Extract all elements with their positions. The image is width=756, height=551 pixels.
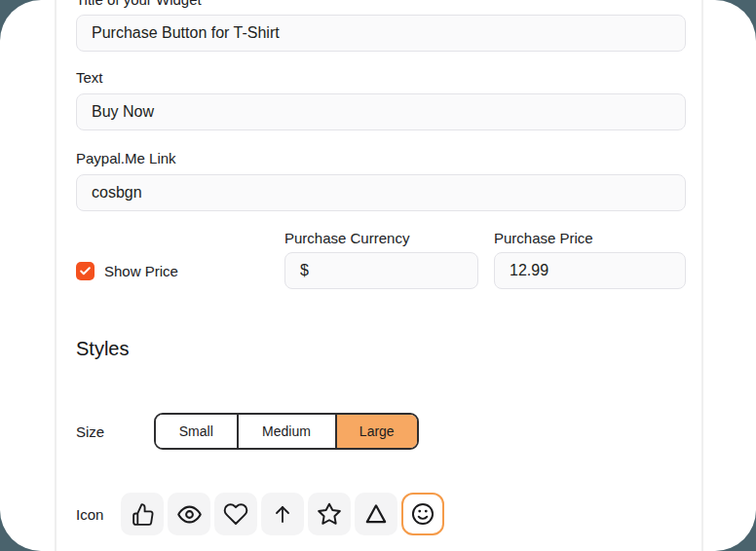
show-price-checkbox[interactable] xyxy=(76,262,94,280)
icon-option-triangle[interactable] xyxy=(355,493,397,535)
icon-option-arrow-up[interactable] xyxy=(261,493,304,535)
purchase-price-input[interactable] xyxy=(494,252,686,289)
icon-label: Icon xyxy=(76,506,121,523)
purchase-price-label: Purchase Price xyxy=(494,230,686,246)
icon-setting-row: Icon xyxy=(76,493,686,535)
icon-option-heart[interactable] xyxy=(214,493,257,535)
show-price-label: Show Price xyxy=(104,263,178,279)
star-icon xyxy=(317,501,342,527)
arrow-up-icon xyxy=(271,502,294,526)
icon-option-eye[interactable] xyxy=(168,493,210,535)
check-icon xyxy=(79,265,92,277)
icon-option-smiley[interactable] xyxy=(401,493,444,535)
widget-title-input[interactable] xyxy=(76,15,686,52)
eye-icon xyxy=(176,501,203,528)
size-option-small[interactable]: Small xyxy=(156,415,237,448)
purchase-currency-input[interactable] xyxy=(284,252,478,289)
size-option-large[interactable]: Large xyxy=(337,415,418,448)
smiley-icon xyxy=(410,501,435,527)
icon-option-thumbs-up[interactable] xyxy=(121,493,164,535)
icon-option-star[interactable] xyxy=(308,493,351,535)
icon-options xyxy=(121,493,444,535)
size-option-medium[interactable]: Medium xyxy=(237,415,337,448)
settings-card: Title of your Widget Text Paypal.Me Link… xyxy=(0,0,756,551)
settings-form: Title of your Widget Text Paypal.Me Link… xyxy=(55,0,703,551)
purchase-currency-field: Purchase Currency xyxy=(284,230,478,289)
size-label: Size xyxy=(76,423,154,440)
heart-icon xyxy=(223,501,248,527)
show-price-field: Show Price xyxy=(76,252,284,289)
triangle-icon xyxy=(363,501,389,527)
thumbs-up-icon xyxy=(131,502,155,527)
widget-title-label: Title of your Widget xyxy=(76,0,686,8)
paypal-link-label: Paypal.Me Link xyxy=(76,150,686,166)
paypal-link-input[interactable] xyxy=(76,174,686,211)
button-text-label: Text xyxy=(76,69,686,86)
size-segmented-control: Small Medium Large xyxy=(154,413,419,450)
purchase-price-field: Purchase Price xyxy=(494,230,686,289)
button-text-input[interactable] xyxy=(76,93,686,130)
size-setting-row: Size Small Medium Large xyxy=(76,413,686,450)
widget-settings-modal: Title of your Widget Text Paypal.Me Link… xyxy=(0,0,756,551)
price-settings-row: Show Price Purchase Currency Purchase Pr… xyxy=(76,230,686,289)
purchase-currency-label: Purchase Currency xyxy=(284,230,478,246)
styles-heading: Styles xyxy=(76,337,686,360)
